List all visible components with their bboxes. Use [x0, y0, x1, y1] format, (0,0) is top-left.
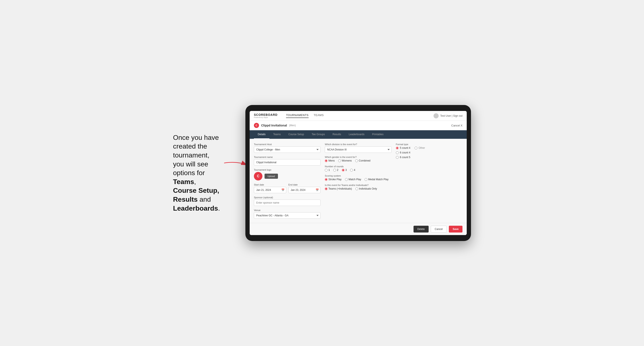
gender-radio-row: Mens Womens Combined [325, 159, 392, 162]
rounds-2-radio[interactable] [333, 169, 336, 172]
tournament-name: Clippd Invitational [261, 124, 287, 127]
tab-teams[interactable]: Teams [270, 130, 284, 139]
gender-womens-label: Womens [342, 159, 352, 162]
format-6count5[interactable]: 6 count 5 [396, 156, 462, 159]
sponsor-input[interactable] [254, 199, 320, 206]
tab-details[interactable]: Details [254, 130, 270, 139]
end-date-wrap: 📅 [288, 187, 321, 193]
teams-radio-row: Teams (+Individuals) Individuals Only [325, 187, 392, 190]
rounds-1[interactable]: 1 [325, 169, 330, 172]
tournament-host-select[interactable]: Clippd College - Men [254, 147, 320, 153]
save-button[interactable]: Save [449, 226, 462, 232]
gender-womens-radio[interactable] [338, 160, 341, 162]
tab-results[interactable]: Results [328, 130, 345, 139]
tournament-name-input[interactable] [254, 159, 320, 166]
format-5count4-radio[interactable] [396, 147, 398, 149]
teams-individuals-label: Is this event for Teams and/or Individua… [325, 184, 392, 186]
bold-leaderboards: Leaderboards [173, 204, 218, 212]
bottom-bar: Delete Cancel Save [250, 223, 467, 235]
sponsor-label: Sponsor (optional) [254, 196, 320, 199]
rounds-1-radio[interactable] [325, 169, 328, 172]
side-text: Once you have created the tournament, yo… [173, 133, 232, 213]
division-label: Which division is the event for? [325, 143, 392, 146]
tournament-name-group: Tournament name [254, 156, 320, 166]
individuals-only[interactable]: Individuals Only [356, 187, 377, 190]
main-nav: TOURNAMENTS TEAMS [286, 114, 324, 118]
scoring-stroke-label: Stroke Play [328, 178, 341, 181]
rounds-4-label: 4 [354, 169, 355, 172]
gender-combined-radio[interactable] [355, 160, 358, 162]
rounds-3-radio[interactable] [342, 169, 344, 172]
tablet-device: SCOREBOARD Powered by clippd TOURNAMENTS… [246, 105, 471, 241]
sponsor-group: Sponsor (optional) [254, 196, 320, 206]
gender-label: Which gender is the event for? [325, 156, 392, 158]
teams-individuals-group: Is this event for Teams and/or Individua… [325, 184, 392, 190]
gender-mens-radio[interactable] [325, 160, 328, 162]
format-group: Format type 5 count 4 Other [396, 143, 462, 159]
format-options: 5 count 4 Other 6 count 4 [396, 147, 462, 159]
scoring-medal-label: Medal Match Play [368, 178, 388, 181]
tab-leaderboards[interactable]: Leaderboards [345, 130, 368, 139]
cancel-x-button[interactable]: Cancel X [451, 124, 462, 127]
teams-plus-radio[interactable] [325, 187, 328, 190]
logo-sub: Powered by clippd [254, 117, 278, 118]
tournament-logo-label: Tournament logo [254, 169, 320, 171]
logo-circle: C [254, 172, 262, 180]
scoring-medal-radio[interactable] [364, 178, 367, 181]
format-6count5-radio[interactable] [396, 156, 398, 159]
form-column-3: Format type 5 count 4 Other [396, 143, 462, 219]
format-6count5-label: 6 count 5 [400, 156, 410, 159]
division-select[interactable]: NCAA Division III [325, 147, 392, 153]
start-date-wrap: 📅 [254, 187, 286, 193]
tournament-icon: C [254, 123, 259, 128]
rounds-4[interactable]: 4 [350, 169, 355, 172]
scoring-radio-row: Stroke Play Match Play Medal Match Play [325, 178, 392, 181]
tournament-host-label: Tournament Host [254, 143, 320, 146]
logo-area: SCOREBOARD Powered by clippd [254, 113, 278, 118]
user-avatar [434, 113, 439, 118]
scoring-stroke[interactable]: Stroke Play [325, 178, 341, 181]
gender-combined-label: Combined [359, 159, 370, 162]
format-other-radio[interactable] [414, 147, 417, 149]
upload-button[interactable]: Upload [264, 174, 278, 179]
rounds-2[interactable]: 2 [333, 169, 338, 172]
rounds-label: Number of rounds [325, 165, 392, 168]
nav-tournaments[interactable]: TOURNAMENTS [286, 114, 308, 118]
cancel-button[interactable]: Cancel [431, 226, 447, 232]
gender-combined[interactable]: Combined [355, 159, 370, 162]
individuals-only-radio[interactable] [356, 187, 358, 190]
format-5count4[interactable]: 5 count 4 [396, 147, 410, 149]
format-6count4[interactable]: 6 count 4 [396, 151, 462, 154]
bold-teams: Teams [173, 178, 194, 185]
tabs-bar: Details Teams Course Setup Tee Groups Re… [250, 130, 467, 139]
end-date-label: End date [288, 183, 321, 186]
format-6count4-radio[interactable] [396, 151, 398, 154]
user-text[interactable]: Test User | Sign out [440, 114, 463, 117]
gender-mens[interactable]: Mens [325, 159, 334, 162]
format-6count4-label: 6 count 4 [400, 151, 410, 154]
scoring-match[interactable]: Match Play [345, 178, 361, 181]
delete-button[interactable]: Delete [414, 226, 428, 232]
bold-results: Results [173, 195, 198, 203]
tab-tee-groups[interactable]: Tee Groups [308, 130, 328, 139]
start-date-label: Start date [254, 183, 286, 186]
logo-title: SCOREBOARD [254, 113, 278, 117]
nav-teams[interactable]: TEAMS [314, 114, 324, 118]
teams-plus-label: Teams (+Individuals) [328, 187, 352, 190]
gender-group: Which gender is the event for? Mens Wome… [325, 156, 392, 162]
rounds-4-radio[interactable] [350, 169, 353, 172]
tab-printables[interactable]: Printables [368, 130, 387, 139]
teams-plus-individuals[interactable]: Teams (+Individuals) [325, 187, 352, 190]
scoring-match-label: Match Play [348, 178, 361, 181]
scoring-match-radio[interactable] [345, 178, 348, 181]
gender-womens[interactable]: Womens [338, 159, 352, 162]
rounds-3[interactable]: 3 [342, 169, 347, 172]
tab-course-setup[interactable]: Course Setup [284, 130, 308, 139]
scoring-medal[interactable]: Medal Match Play [364, 178, 388, 181]
calendar-icon: 📅 [281, 188, 284, 191]
tournament-bar: C Clippd Invitational (Men) Cancel X [250, 121, 467, 130]
scoring-stroke-radio[interactable] [325, 178, 328, 181]
format-other[interactable]: Other [414, 147, 425, 149]
scoring-group: Scoring system Stroke Play Match Play [325, 174, 392, 181]
venue-select[interactable]: Peachtree GC - Atlanta - GA [254, 212, 320, 219]
